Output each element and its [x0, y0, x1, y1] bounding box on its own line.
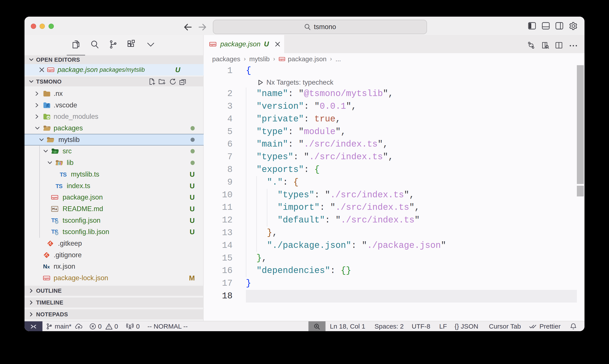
- svg-text:npm: npm: [52, 196, 57, 199]
- svg-text:x: x: [47, 264, 50, 269]
- svg-text:npm: npm: [44, 277, 49, 280]
- svg-text:TS: TS: [60, 171, 67, 177]
- svg-text:npm: npm: [210, 43, 216, 46]
- svg-text:npm: npm: [48, 68, 53, 72]
- svg-text:TS: TS: [56, 183, 63, 189]
- svg-text:JS: JS: [47, 116, 50, 118]
- svg-text:N: N: [43, 264, 47, 269]
